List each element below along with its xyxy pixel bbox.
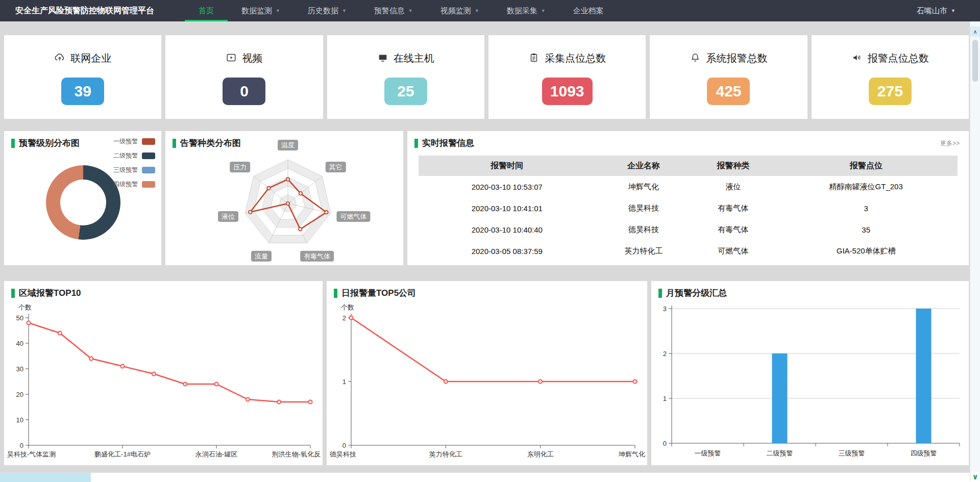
svg-text:永润石油-罐区: 永润石油-罐区 bbox=[195, 450, 237, 458]
nav-item-企业档案[interactable]: 企业档案 bbox=[559, 0, 618, 21]
stat-card-label: 联网企业 bbox=[70, 52, 111, 65]
svg-text:有毒气体: 有毒气体 bbox=[304, 252, 330, 260]
video-icon bbox=[226, 52, 237, 65]
bar-二级预警[interactable] bbox=[772, 353, 788, 443]
panel-title-daily-top5: 日报警量TOP5公司 bbox=[334, 287, 416, 299]
table-row[interactable]: 2020-03-10 10:53:07坤辉气化液位精醇南罐液位GT_203 bbox=[419, 176, 958, 197]
svg-text:0: 0 bbox=[342, 442, 346, 449]
panel-title-alarm-type: 告警种类分布图 bbox=[173, 137, 241, 149]
panel-daily-top5: 日报警量TOP5公司 个数012德昊科技英力特化工东明化工坤辉气化 bbox=[327, 281, 647, 465]
nav-item-label: 视频监测 bbox=[440, 6, 471, 16]
radar-axis-label-温度: 温度 bbox=[278, 140, 298, 150]
stat-card-value: 25 bbox=[384, 78, 427, 105]
legend-item-二级预警[interactable]: 二级预警 bbox=[113, 151, 155, 160]
legend-item-一级预警[interactable]: 一级预警 bbox=[113, 137, 155, 146]
svg-text:50: 50 bbox=[16, 314, 23, 322]
table-header-报警点位: 报警点位 bbox=[774, 156, 958, 176]
stat-card-head: 报警点位总数 bbox=[851, 52, 929, 65]
svg-text:流量: 流量 bbox=[255, 252, 268, 260]
svg-text:10: 10 bbox=[16, 416, 23, 424]
chevron-down-icon: ▼ bbox=[541, 8, 546, 13]
stat-card-采集点位总数: 采集点位总数1093 bbox=[488, 35, 646, 119]
legend-item-四级预警[interactable]: 四级预警 bbox=[113, 180, 155, 189]
scroll-up-arrow-icon[interactable]: ∧ bbox=[970, 27, 980, 37]
panel-title-warning-level: 预警级别分布图 bbox=[11, 137, 80, 149]
clipboard-icon bbox=[528, 52, 540, 65]
nav-item-label: 历史数据 bbox=[308, 6, 338, 16]
svg-text:昊科技-气体监测: 昊科技-气体监测 bbox=[7, 450, 56, 458]
nav-item-数据监测[interactable]: 数据监测▼ bbox=[228, 0, 294, 21]
table-cell: 3 bbox=[774, 197, 958, 219]
green-marker-icon bbox=[11, 139, 15, 148]
region-label: 石嘴山市 bbox=[917, 6, 947, 16]
scroll-down-arrow-icon[interactable]: ∨ bbox=[970, 472, 980, 482]
bar-四级预警[interactable] bbox=[916, 309, 932, 443]
region-selector[interactable]: 石嘴山市 ▼ bbox=[917, 6, 955, 16]
panel-monthly-summary: 月预警分级汇总 0123一级预警二级预警三级预警四级预警 bbox=[651, 281, 969, 465]
radar-axis-label-有毒气体: 有毒气体 bbox=[300, 251, 334, 262]
table-header-报警种类: 报警种类 bbox=[692, 156, 774, 176]
panel-realtime-alarms: 实时报警信息 更多>> 报警时间企业名称报警种类报警点位2020-03-10 1… bbox=[407, 131, 969, 265]
legend-swatch bbox=[142, 153, 155, 159]
stat-card-head: 联网企业 bbox=[54, 52, 111, 65]
radar-axis-label-其它: 其它 bbox=[326, 162, 346, 172]
dashboard-page: 安全生产风险预警防控物联网管理平台 首页数据监测▼历史数据▼预警信息▼视频监测▼… bbox=[0, 0, 980, 482]
bell-icon bbox=[690, 52, 701, 65]
stat-card-value: 275 bbox=[869, 78, 912, 105]
legend-label: 四级预警 bbox=[113, 180, 138, 189]
svg-text:可燃气体: 可燃气体 bbox=[340, 213, 366, 220]
table-cell: 2020-03-05 08:37:59 bbox=[419, 240, 596, 262]
scrollbar-thumb[interactable] bbox=[972, 40, 978, 82]
daily-top5-line-chart[interactable]: 个数012德昊科技英力特化工东明化工坤辉气化 bbox=[327, 295, 647, 464]
stat-card-value: 0 bbox=[223, 78, 265, 105]
table-cell: GIA-520单体贮槽 bbox=[774, 240, 958, 262]
stat-cards-row: 联网企业39视频0在线主机25采集点位总数1093系统报警总数425报警点位总数… bbox=[4, 35, 969, 119]
svg-text:2: 2 bbox=[342, 314, 346, 322]
monthly-summary-bar-chart[interactable]: 0123一级预警二级预警三级预警四级预警 bbox=[651, 295, 969, 464]
table-row[interactable]: 2020-03-05 08:37:59英力特化工可燃气体GIA-520单体贮槽 bbox=[419, 240, 958, 262]
legend-swatch bbox=[142, 167, 155, 173]
stat-card-value: 1093 bbox=[542, 78, 593, 105]
table-header-企业名称: 企业名称 bbox=[596, 156, 692, 176]
table-cell: 英力特化工 bbox=[596, 240, 692, 262]
region-top10-line-chart[interactable]: 个数01020304050昊科技-气体监测鹏盛化工-1#电石炉永润石油-罐区荆洪… bbox=[4, 295, 323, 464]
stat-card-label: 系统报警总数 bbox=[706, 52, 767, 65]
table-cell: 精醇南罐液位GT_203 bbox=[774, 176, 958, 197]
nav-item-预警信息[interactable]: 预警信息▼ bbox=[360, 0, 427, 21]
green-marker-icon bbox=[658, 289, 662, 298]
speaker-icon bbox=[851, 52, 863, 65]
vertical-scrollbar[interactable]: ∧ ∨ bbox=[970, 21, 980, 482]
legend-swatch bbox=[142, 138, 155, 145]
radar-axis-label-流量: 流量 bbox=[251, 251, 272, 262]
donut-legend: 一级预警二级预警三级预警四级预警 bbox=[113, 137, 155, 189]
panel-title-text: 实时报警信息 bbox=[422, 137, 474, 149]
alarm-type-radar-chart[interactable]: 温度其它可燃气体有毒气体流量液位压力 bbox=[165, 131, 403, 265]
panel-alarm-type: 温度其它可燃气体有毒气体流量液位压力 告警种类分布图 bbox=[165, 131, 403, 265]
nav-item-数据采集[interactable]: 数据采集▼ bbox=[493, 0, 559, 21]
panel-title-realtime-alarms: 实时报警信息 bbox=[414, 137, 474, 149]
nav-item-历史数据[interactable]: 历史数据▼ bbox=[294, 0, 360, 21]
panel-region-top10: 区域报警TOP10 个数01020304050昊科技-气体监测鹏盛化工-1#电石… bbox=[4, 281, 323, 465]
nav-item-首页[interactable]: 首页 bbox=[185, 0, 228, 21]
radar-axis-label-压力: 压力 bbox=[230, 162, 250, 172]
legend-item-三级预警[interactable]: 三级预警 bbox=[113, 166, 155, 174]
table-row[interactable]: 2020-03-10 10:41:01德昊科技有毒气体3 bbox=[419, 197, 958, 219]
panel-title-text: 告警种类分布图 bbox=[180, 137, 241, 149]
stat-card-value: 39 bbox=[61, 78, 104, 105]
svg-text:温度: 温度 bbox=[281, 141, 295, 149]
panel-title-text: 月预警分级汇总 bbox=[666, 287, 727, 299]
panel-title-text: 区域报警TOP10 bbox=[19, 287, 81, 299]
panel-title-text: 日报警量TOP5公司 bbox=[341, 287, 416, 299]
green-marker-icon bbox=[11, 289, 15, 298]
panel-title-region-top10: 区域报警TOP10 bbox=[11, 287, 81, 299]
footer-left-block bbox=[0, 473, 91, 482]
table-cell: 有毒气体 bbox=[692, 197, 774, 219]
svg-text:20: 20 bbox=[16, 391, 23, 398]
green-marker-icon bbox=[173, 139, 176, 148]
nav-item-视频监测[interactable]: 视频监测▼ bbox=[427, 0, 493, 21]
more-link[interactable]: 更多>> bbox=[940, 139, 960, 148]
chevron-down-icon: ▼ bbox=[951, 8, 955, 13]
table-row[interactable]: 2020-03-10 10:40:40德昊科技有毒气体35 bbox=[419, 219, 958, 240]
svg-text:三级预警: 三级预警 bbox=[839, 449, 865, 457]
stat-card-视频: 视频0 bbox=[165, 35, 323, 119]
